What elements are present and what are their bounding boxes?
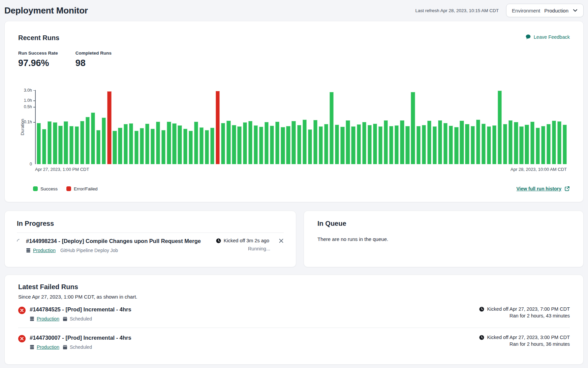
close-icon[interactable] — [279, 238, 284, 243]
chart-bar[interactable] — [340, 127, 344, 164]
chart-bar[interactable] — [161, 130, 165, 164]
environment-link[interactable]: Production — [37, 316, 59, 321]
chart-bar[interactable] — [378, 126, 382, 164]
chart-bar[interactable] — [552, 121, 556, 164]
chart-bar[interactable] — [362, 122, 366, 164]
chart-bar[interactable] — [351, 126, 355, 164]
chart-bar[interactable] — [281, 127, 285, 164]
chart-bar[interactable] — [291, 121, 296, 164]
chart-bar[interactable] — [427, 121, 431, 164]
chart-bar[interactable] — [487, 126, 491, 164]
chart-bar[interactable] — [118, 128, 122, 164]
chart-bar[interactable] — [297, 125, 301, 164]
chart-bar[interactable] — [205, 130, 209, 164]
environment-link[interactable]: Production — [37, 344, 59, 350]
chart-bar[interactable] — [129, 123, 133, 164]
view-full-run-history-link[interactable]: View full run history — [516, 186, 570, 191]
chart-bar[interactable] — [265, 122, 269, 164]
chart-bar[interactable] — [178, 125, 182, 164]
chart-bar[interactable] — [145, 124, 149, 164]
chart-bar[interactable] — [167, 122, 171, 164]
chart-bar[interactable] — [503, 124, 507, 164]
chart-bar[interactable] — [194, 122, 198, 164]
leave-feedback-link[interactable]: Leave Feedback — [525, 34, 570, 40]
chart-bar[interactable] — [357, 124, 361, 164]
chart-bar[interactable] — [454, 127, 458, 164]
chart-bar[interactable] — [156, 122, 160, 164]
chart-bar[interactable] — [416, 126, 421, 164]
chart-bar[interactable] — [465, 124, 469, 164]
chart-bar[interactable] — [438, 120, 442, 164]
chart-bar[interactable] — [232, 125, 236, 164]
chart-bar[interactable] — [86, 117, 90, 164]
chart-bar[interactable] — [330, 92, 334, 164]
chart-bar[interactable] — [243, 122, 247, 164]
chart-bar[interactable] — [134, 131, 138, 164]
chart-bar[interactable] — [482, 124, 486, 164]
chart-bar[interactable] — [199, 127, 204, 164]
chart-bar[interactable] — [346, 120, 350, 164]
chart-bar[interactable] — [449, 126, 453, 164]
chart-bar[interactable] — [270, 126, 274, 164]
environment-tag[interactable]: Production — [30, 316, 59, 321]
chart-bar[interactable] — [80, 121, 84, 164]
environment-selector[interactable]: Environment Production — [506, 4, 584, 17]
chart-bar[interactable] — [53, 122, 57, 164]
chart-bar[interactable] — [433, 126, 437, 164]
chart-bar[interactable] — [107, 91, 111, 164]
environment-link[interactable]: Production — [33, 248, 56, 253]
chart-bar[interactable] — [303, 120, 307, 164]
chart-bar[interactable] — [254, 125, 258, 164]
chart-bar[interactable] — [563, 125, 567, 164]
chart-bar[interactable] — [124, 124, 128, 164]
chart-bar[interactable] — [530, 122, 534, 164]
chart-bar[interactable] — [183, 129, 187, 164]
chart-bar[interactable] — [471, 126, 475, 164]
chart-bar[interactable] — [313, 120, 317, 164]
chart-bar[interactable] — [275, 122, 279, 164]
chart-bar[interactable] — [443, 123, 447, 164]
chart-bar[interactable] — [140, 128, 144, 164]
chart-bar[interactable] — [384, 120, 388, 164]
chart-bar[interactable] — [508, 120, 513, 164]
chart-bar[interactable] — [91, 113, 95, 164]
chart-bar[interactable] — [151, 129, 155, 164]
chart-bar[interactable] — [541, 126, 545, 164]
chart-bar[interactable] — [319, 126, 323, 164]
chart-bar[interactable] — [221, 123, 225, 164]
environment-tag[interactable]: Production — [30, 344, 59, 350]
chart-bar[interactable] — [189, 131, 193, 164]
chart-bar[interactable] — [476, 120, 480, 164]
chart-bar[interactable] — [37, 123, 41, 164]
chart-bar[interactable] — [226, 121, 230, 164]
chart-bar[interactable] — [42, 129, 46, 164]
chart-bar[interactable] — [58, 126, 62, 164]
chart-bar[interactable] — [492, 125, 496, 164]
chart-bar[interactable] — [237, 126, 241, 164]
chart-bar[interactable] — [335, 125, 339, 164]
chart-bar[interactable] — [324, 124, 328, 164]
chart-bar[interactable] — [286, 126, 290, 164]
chart-bar[interactable] — [368, 125, 372, 164]
chart-bar[interactable] — [460, 121, 464, 164]
chart-bar[interactable] — [557, 121, 561, 164]
chart-bar[interactable] — [113, 131, 117, 164]
chart-bar[interactable] — [389, 126, 393, 164]
chart-bar[interactable] — [525, 125, 529, 164]
chart-bar[interactable] — [69, 126, 73, 164]
chart-bar[interactable] — [514, 122, 518, 164]
chart-bar[interactable] — [308, 129, 312, 164]
chart-bar[interactable] — [519, 126, 523, 164]
environment-tag[interactable]: Production — [26, 248, 56, 253]
chart-bar[interactable] — [216, 91, 220, 164]
chart-bar[interactable] — [259, 127, 263, 164]
chart-bar[interactable] — [102, 118, 106, 164]
chart-bar[interactable] — [395, 125, 399, 164]
chart-bar[interactable] — [64, 121, 68, 164]
legend-item-error[interactable]: Error/Failed — [66, 186, 98, 191]
chart-bar[interactable] — [422, 125, 426, 164]
chart-bar[interactable] — [411, 92, 415, 164]
legend-item-success[interactable]: Success — [33, 186, 58, 191]
chart-bar[interactable] — [373, 124, 377, 164]
chart-bar[interactable] — [172, 123, 176, 164]
